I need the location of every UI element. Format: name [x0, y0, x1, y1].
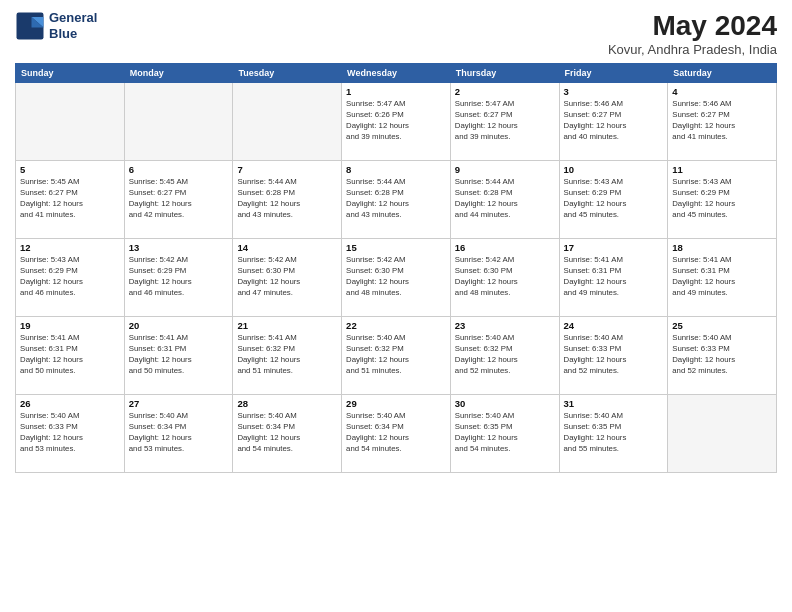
day-number: 23	[455, 320, 555, 331]
title-block: May 2024 Kovur, Andhra Pradesh, India	[608, 10, 777, 57]
day-info: Sunrise: 5:40 AM Sunset: 6:33 PM Dayligh…	[672, 333, 772, 377]
day-info: Sunrise: 5:40 AM Sunset: 6:32 PM Dayligh…	[346, 333, 446, 377]
table-row: 2Sunrise: 5:47 AM Sunset: 6:27 PM Daylig…	[450, 83, 559, 161]
table-row: 19Sunrise: 5:41 AM Sunset: 6:31 PM Dayli…	[16, 317, 125, 395]
day-info: Sunrise: 5:41 AM Sunset: 6:31 PM Dayligh…	[20, 333, 120, 377]
table-row: 24Sunrise: 5:40 AM Sunset: 6:33 PM Dayli…	[559, 317, 668, 395]
table-row: 14Sunrise: 5:42 AM Sunset: 6:30 PM Dayli…	[233, 239, 342, 317]
table-row: 20Sunrise: 5:41 AM Sunset: 6:31 PM Dayli…	[124, 317, 233, 395]
table-row: 9Sunrise: 5:44 AM Sunset: 6:28 PM Daylig…	[450, 161, 559, 239]
week-row-3: 12Sunrise: 5:43 AM Sunset: 6:29 PM Dayli…	[16, 239, 777, 317]
day-info: Sunrise: 5:46 AM Sunset: 6:27 PM Dayligh…	[564, 99, 664, 143]
day-info: Sunrise: 5:42 AM Sunset: 6:29 PM Dayligh…	[129, 255, 229, 299]
day-info: Sunrise: 5:46 AM Sunset: 6:27 PM Dayligh…	[672, 99, 772, 143]
day-info: Sunrise: 5:42 AM Sunset: 6:30 PM Dayligh…	[346, 255, 446, 299]
table-row: 5Sunrise: 5:45 AM Sunset: 6:27 PM Daylig…	[16, 161, 125, 239]
table-row: 13Sunrise: 5:42 AM Sunset: 6:29 PM Dayli…	[124, 239, 233, 317]
day-info: Sunrise: 5:40 AM Sunset: 6:35 PM Dayligh…	[564, 411, 664, 455]
day-number: 29	[346, 398, 446, 409]
table-row: 27Sunrise: 5:40 AM Sunset: 6:34 PM Dayli…	[124, 395, 233, 473]
header-wednesday: Wednesday	[342, 64, 451, 83]
day-number: 3	[564, 86, 664, 97]
header-friday: Friday	[559, 64, 668, 83]
day-number: 24	[564, 320, 664, 331]
day-info: Sunrise: 5:42 AM Sunset: 6:30 PM Dayligh…	[237, 255, 337, 299]
logo: General Blue	[15, 10, 97, 41]
day-info: Sunrise: 5:40 AM Sunset: 6:34 PM Dayligh…	[237, 411, 337, 455]
day-number: 28	[237, 398, 337, 409]
day-info: Sunrise: 5:43 AM Sunset: 6:29 PM Dayligh…	[20, 255, 120, 299]
header-monday: Monday	[124, 64, 233, 83]
table-row: 21Sunrise: 5:41 AM Sunset: 6:32 PM Dayli…	[233, 317, 342, 395]
month-title: May 2024	[608, 10, 777, 42]
header: General Blue May 2024 Kovur, Andhra Prad…	[15, 10, 777, 57]
day-number: 20	[129, 320, 229, 331]
header-thursday: Thursday	[450, 64, 559, 83]
page: General Blue May 2024 Kovur, Andhra Prad…	[0, 0, 792, 612]
day-info: Sunrise: 5:47 AM Sunset: 6:26 PM Dayligh…	[346, 99, 446, 143]
day-info: Sunrise: 5:47 AM Sunset: 6:27 PM Dayligh…	[455, 99, 555, 143]
day-info: Sunrise: 5:40 AM Sunset: 6:33 PM Dayligh…	[20, 411, 120, 455]
day-number: 17	[564, 242, 664, 253]
day-number: 25	[672, 320, 772, 331]
logo-line1: General	[49, 10, 97, 26]
day-number: 4	[672, 86, 772, 97]
day-info: Sunrise: 5:43 AM Sunset: 6:29 PM Dayligh…	[564, 177, 664, 221]
day-number: 11	[672, 164, 772, 175]
day-number: 14	[237, 242, 337, 253]
day-number: 15	[346, 242, 446, 253]
day-info: Sunrise: 5:45 AM Sunset: 6:27 PM Dayligh…	[129, 177, 229, 221]
day-number: 30	[455, 398, 555, 409]
day-number: 10	[564, 164, 664, 175]
day-info: Sunrise: 5:44 AM Sunset: 6:28 PM Dayligh…	[346, 177, 446, 221]
day-info: Sunrise: 5:40 AM Sunset: 6:33 PM Dayligh…	[564, 333, 664, 377]
logo-line2: Blue	[49, 26, 97, 42]
day-number: 26	[20, 398, 120, 409]
day-info: Sunrise: 5:40 AM Sunset: 6:34 PM Dayligh…	[129, 411, 229, 455]
table-row: 23Sunrise: 5:40 AM Sunset: 6:32 PM Dayli…	[450, 317, 559, 395]
table-row	[668, 395, 777, 473]
day-number: 7	[237, 164, 337, 175]
header-saturday: Saturday	[668, 64, 777, 83]
table-row: 7Sunrise: 5:44 AM Sunset: 6:28 PM Daylig…	[233, 161, 342, 239]
week-row-1: 1Sunrise: 5:47 AM Sunset: 6:26 PM Daylig…	[16, 83, 777, 161]
table-row: 3Sunrise: 5:46 AM Sunset: 6:27 PM Daylig…	[559, 83, 668, 161]
day-number: 5	[20, 164, 120, 175]
day-number: 2	[455, 86, 555, 97]
day-number: 6	[129, 164, 229, 175]
day-number: 12	[20, 242, 120, 253]
week-row-2: 5Sunrise: 5:45 AM Sunset: 6:27 PM Daylig…	[16, 161, 777, 239]
day-number: 18	[672, 242, 772, 253]
table-row: 17Sunrise: 5:41 AM Sunset: 6:31 PM Dayli…	[559, 239, 668, 317]
table-row: 1Sunrise: 5:47 AM Sunset: 6:26 PM Daylig…	[342, 83, 451, 161]
table-row	[233, 83, 342, 161]
table-row: 26Sunrise: 5:40 AM Sunset: 6:33 PM Dayli…	[16, 395, 125, 473]
day-number: 22	[346, 320, 446, 331]
day-info: Sunrise: 5:41 AM Sunset: 6:31 PM Dayligh…	[564, 255, 664, 299]
logo-icon	[15, 11, 45, 41]
day-number: 21	[237, 320, 337, 331]
table-row	[124, 83, 233, 161]
day-info: Sunrise: 5:41 AM Sunset: 6:32 PM Dayligh…	[237, 333, 337, 377]
table-row	[16, 83, 125, 161]
table-row: 31Sunrise: 5:40 AM Sunset: 6:35 PM Dayli…	[559, 395, 668, 473]
week-row-4: 19Sunrise: 5:41 AM Sunset: 6:31 PM Dayli…	[16, 317, 777, 395]
day-info: Sunrise: 5:41 AM Sunset: 6:31 PM Dayligh…	[672, 255, 772, 299]
table-row: 6Sunrise: 5:45 AM Sunset: 6:27 PM Daylig…	[124, 161, 233, 239]
table-row: 10Sunrise: 5:43 AM Sunset: 6:29 PM Dayli…	[559, 161, 668, 239]
day-number: 1	[346, 86, 446, 97]
day-info: Sunrise: 5:40 AM Sunset: 6:32 PM Dayligh…	[455, 333, 555, 377]
day-info: Sunrise: 5:40 AM Sunset: 6:34 PM Dayligh…	[346, 411, 446, 455]
location-subtitle: Kovur, Andhra Pradesh, India	[608, 42, 777, 57]
day-number: 16	[455, 242, 555, 253]
day-info: Sunrise: 5:44 AM Sunset: 6:28 PM Dayligh…	[237, 177, 337, 221]
day-number: 31	[564, 398, 664, 409]
day-info: Sunrise: 5:40 AM Sunset: 6:35 PM Dayligh…	[455, 411, 555, 455]
table-row: 22Sunrise: 5:40 AM Sunset: 6:32 PM Dayli…	[342, 317, 451, 395]
table-row: 16Sunrise: 5:42 AM Sunset: 6:30 PM Dayli…	[450, 239, 559, 317]
day-info: Sunrise: 5:44 AM Sunset: 6:28 PM Dayligh…	[455, 177, 555, 221]
calendar-table: Sunday Monday Tuesday Wednesday Thursday…	[15, 63, 777, 473]
table-row: 30Sunrise: 5:40 AM Sunset: 6:35 PM Dayli…	[450, 395, 559, 473]
table-row: 18Sunrise: 5:41 AM Sunset: 6:31 PM Dayli…	[668, 239, 777, 317]
week-row-5: 26Sunrise: 5:40 AM Sunset: 6:33 PM Dayli…	[16, 395, 777, 473]
